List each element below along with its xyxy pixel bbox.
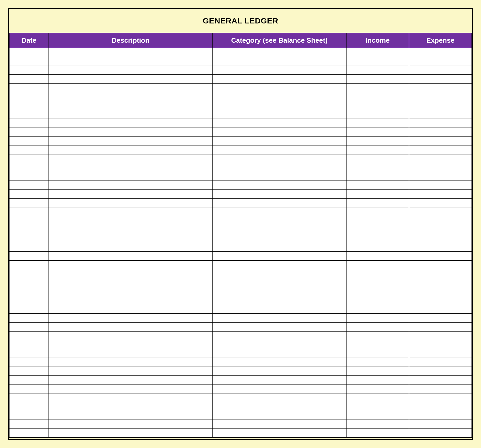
cell-description[interactable] (49, 367, 213, 376)
cell-category[interactable] (212, 402, 346, 411)
cell-income[interactable] (346, 411, 409, 420)
cell-date[interactable] (9, 393, 49, 402)
cell-expense[interactable] (409, 269, 472, 278)
cell-date[interactable] (9, 128, 49, 137)
cell-category[interactable] (212, 181, 346, 190)
cell-income[interactable] (346, 190, 409, 199)
cell-expense[interactable] (409, 331, 472, 340)
cell-date[interactable] (9, 225, 49, 234)
cell-expense[interactable] (409, 101, 472, 110)
cell-expense[interactable] (409, 137, 472, 145)
cell-expense[interactable] (409, 207, 472, 216)
cell-date[interactable] (9, 260, 49, 269)
cell-income[interactable] (346, 296, 409, 305)
cell-category[interactable] (212, 420, 346, 429)
cell-income[interactable] (346, 75, 409, 84)
cell-date[interactable] (9, 322, 49, 331)
cell-description[interactable] (49, 340, 213, 349)
cell-category[interactable] (212, 411, 346, 420)
cell-income[interactable] (346, 110, 409, 119)
cell-description[interactable] (49, 163, 213, 172)
cell-description[interactable] (49, 181, 213, 190)
cell-date[interactable] (9, 358, 49, 367)
cell-category[interactable] (212, 83, 346, 92)
cell-income[interactable] (346, 305, 409, 314)
cell-income[interactable] (346, 101, 409, 110)
cell-income[interactable] (346, 128, 409, 137)
cell-date[interactable] (9, 216, 49, 225)
cell-income[interactable] (346, 376, 409, 384)
cell-category[interactable] (212, 207, 346, 216)
cell-income[interactable] (346, 314, 409, 323)
cell-date[interactable] (9, 83, 49, 92)
cell-category[interactable] (212, 225, 346, 234)
cell-category[interactable] (212, 137, 346, 145)
cell-expense[interactable] (409, 128, 472, 137)
cell-date[interactable] (9, 57, 49, 66)
cell-date[interactable] (9, 137, 49, 145)
cell-income[interactable] (346, 384, 409, 393)
cell-expense[interactable] (409, 48, 472, 57)
cell-income[interactable] (346, 154, 409, 163)
cell-date[interactable] (9, 420, 49, 429)
cell-income[interactable] (346, 172, 409, 181)
cell-description[interactable] (49, 269, 213, 278)
cell-category[interactable] (212, 314, 346, 323)
cell-date[interactable] (9, 278, 49, 287)
cell-date[interactable] (9, 384, 49, 393)
cell-date[interactable] (9, 402, 49, 411)
cell-date[interactable] (9, 305, 49, 314)
cell-category[interactable] (212, 57, 346, 66)
cell-description[interactable] (49, 331, 213, 340)
cell-income[interactable] (346, 92, 409, 101)
cell-category[interactable] (212, 349, 346, 358)
cell-expense[interactable] (409, 278, 472, 287)
cell-category[interactable] (212, 190, 346, 199)
cell-expense[interactable] (409, 190, 472, 199)
cell-date[interactable] (9, 172, 49, 181)
cell-description[interactable] (49, 349, 213, 358)
cell-expense[interactable] (409, 216, 472, 225)
cell-description[interactable] (49, 198, 213, 207)
cell-expense[interactable] (409, 163, 472, 172)
cell-income[interactable] (346, 57, 409, 66)
cell-income[interactable] (346, 429, 409, 438)
cell-income[interactable] (346, 331, 409, 340)
cell-category[interactable] (212, 216, 346, 225)
cell-description[interactable] (49, 225, 213, 234)
cell-expense[interactable] (409, 322, 472, 331)
cell-date[interactable] (9, 269, 49, 278)
cell-expense[interactable] (409, 358, 472, 367)
cell-expense[interactable] (409, 314, 472, 323)
cell-expense[interactable] (409, 367, 472, 376)
cell-date[interactable] (9, 296, 49, 305)
cell-expense[interactable] (409, 172, 472, 181)
cell-income[interactable] (346, 420, 409, 429)
cell-description[interactable] (49, 358, 213, 367)
cell-category[interactable] (212, 429, 346, 438)
cell-date[interactable] (9, 340, 49, 349)
cell-income[interactable] (346, 367, 409, 376)
cell-description[interactable] (49, 137, 213, 145)
cell-description[interactable] (49, 83, 213, 92)
cell-category[interactable] (212, 243, 346, 252)
cell-income[interactable] (346, 243, 409, 252)
cell-description[interactable] (49, 172, 213, 181)
cell-expense[interactable] (409, 287, 472, 296)
cell-expense[interactable] (409, 340, 472, 349)
cell-expense[interactable] (409, 119, 472, 128)
cell-category[interactable] (212, 128, 346, 137)
cell-description[interactable] (49, 384, 213, 393)
cell-income[interactable] (346, 349, 409, 358)
cell-income[interactable] (346, 119, 409, 128)
cell-date[interactable] (9, 429, 49, 438)
cell-expense[interactable] (409, 349, 472, 358)
cell-description[interactable] (49, 393, 213, 402)
cell-expense[interactable] (409, 296, 472, 305)
cell-description[interactable] (49, 296, 213, 305)
cell-category[interactable] (212, 119, 346, 128)
cell-description[interactable] (49, 145, 213, 154)
cell-date[interactable] (9, 198, 49, 207)
cell-category[interactable] (212, 384, 346, 393)
cell-description[interactable] (49, 57, 213, 66)
